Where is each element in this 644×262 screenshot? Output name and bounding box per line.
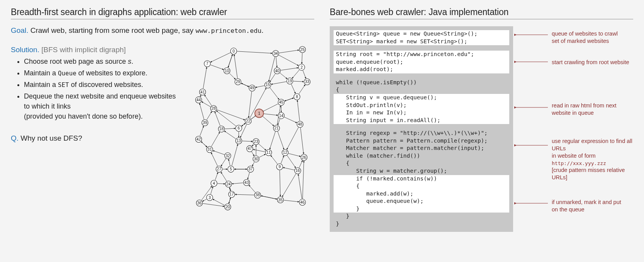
svg-line-36 [203, 199, 207, 201]
svg-text:41: 41 [200, 90, 205, 94]
svg-line-92 [298, 174, 302, 199]
code-line: Queue<String> queue = new Queue<String>(… [334, 30, 509, 38]
code-line: { [334, 160, 509, 167]
code-line: marked.add(root); [334, 66, 509, 73]
svg-line-26 [283, 168, 294, 170]
svg-text:26: 26 [302, 155, 307, 160]
bullet-0: Choose root web page as source s. [24, 56, 181, 66]
svg-text:45: 45 [279, 100, 284, 104]
svg-line-21 [270, 132, 276, 150]
svg-line-4 [276, 57, 277, 67]
svg-text:11: 11 [266, 150, 271, 155]
svg-text:34: 34 [274, 51, 278, 56]
svg-line-97 [203, 204, 224, 207]
svg-line-72 [269, 57, 275, 82]
code-line: } [334, 220, 509, 228]
svg-text:43: 43 [244, 180, 249, 185]
svg-line-38 [217, 184, 225, 184]
svg-line-11 [280, 73, 287, 79]
svg-line-81 [212, 132, 220, 146]
svg-text:17: 17 [230, 192, 234, 196]
svg-line-45 [200, 126, 204, 136]
svg-text:18: 18 [219, 127, 224, 131]
code-line: Matcher matcher = pattern.matcher(input)… [334, 145, 509, 152]
svg-line-66 [252, 162, 254, 166]
svg-text:30: 30 [254, 157, 259, 161]
svg-text:14: 14 [279, 114, 284, 118]
svg-text:44: 44 [197, 98, 201, 102]
svg-line-73 [228, 54, 232, 68]
solution-sub: [BFS with implicit digraph] [39, 46, 126, 54]
svg-line-43 [213, 151, 225, 155]
svg-line-83 [200, 103, 204, 119]
code-line: In in = new In(v); [334, 109, 509, 117]
code-line: marked.add(w); [334, 190, 509, 198]
svg-line-70 [217, 110, 245, 120]
svg-text:32: 32 [225, 154, 230, 158]
svg-line-32 [249, 185, 255, 192]
code-line: String w = matcher.group(); [334, 167, 509, 175]
right-title: Bare-bones web crawler: Java implementat… [330, 7, 633, 17]
svg-line-33 [235, 194, 254, 195]
svg-line-98 [229, 198, 231, 204]
svg-text:36: 36 [197, 201, 202, 205]
svg-text:38: 38 [256, 193, 260, 197]
svg-line-57 [242, 123, 246, 126]
code-line: Pattern pattern = Pattern.compile(regexp… [334, 137, 509, 145]
svg-text:4: 4 [213, 181, 215, 185]
svg-line-51 [229, 73, 236, 80]
svg-line-53 [249, 92, 252, 117]
code-line: String regexp = "http://(\\w+\\.)*(\\w+)… [334, 129, 509, 137]
svg-line-13 [256, 86, 264, 88]
svg-line-9 [291, 84, 296, 94]
svg-line-49 [203, 67, 207, 88]
annot-read: read in raw html from nextwebsite in que… [552, 102, 617, 117]
svg-line-48 [200, 95, 201, 97]
bullet-1: Maintain a Queue of websites to explore. [24, 68, 181, 78]
solution-label: Solution. [11, 46, 39, 54]
svg-line-60 [215, 112, 220, 126]
solution-block: Solution. [BFS with implicit digraph] Ch… [11, 46, 181, 150]
svg-line-47 [202, 102, 211, 107]
graph-svg: 0123456789101112131415161718192021222324… [188, 46, 314, 211]
svg-line-91 [282, 174, 296, 197]
svg-text:0: 0 [232, 49, 235, 53]
left-title: Breadth-first search in digraphs applica… [11, 7, 314, 17]
code-line: while (!queue.isEmpty()) [334, 79, 509, 87]
goal-label: Goal. [11, 26, 28, 34]
svg-text:15: 15 [266, 83, 270, 87]
svg-text:39: 39 [203, 121, 207, 125]
question-line: Q. Why not use DFS? [11, 134, 181, 143]
solution-bullets: Choose root web page as source s. Mainta… [11, 56, 181, 122]
svg-text:25: 25 [300, 48, 305, 52]
svg-line-61 [225, 128, 235, 129]
svg-text:29: 29 [236, 80, 241, 84]
annot-queue: queue of websites to crawlset of marked … [552, 30, 618, 45]
svg-line-96 [211, 187, 213, 194]
svg-text:7: 7 [206, 61, 208, 66]
svg-text:48: 48 [298, 122, 303, 126]
svg-text:49: 49 [250, 86, 254, 90]
svg-line-25 [299, 160, 302, 167]
svg-text:37: 37 [248, 167, 253, 171]
svg-line-10 [299, 85, 305, 94]
svg-text:42: 42 [197, 137, 201, 141]
annotation-column: queue of websites to crawlset of marked … [552, 26, 633, 232]
code-line: } [334, 205, 509, 213]
bullet-2: Maintain a SET of discovered websites. [24, 80, 181, 90]
code-line: while (matcher.find()) [334, 152, 509, 160]
code-line: String input = in.readAll(); [334, 117, 509, 124]
svg-text:33: 33 [305, 80, 310, 84]
svg-line-86 [281, 68, 298, 70]
goal-line: Goal. Crawl web, starting from some root… [11, 26, 314, 35]
svg-line-6 [292, 70, 300, 78]
code-line: queue.enqueue(root); [334, 58, 509, 66]
svg-line-62 [242, 141, 253, 141]
svg-line-55 [263, 114, 278, 115]
svg-line-69 [232, 144, 238, 166]
code-line: if (!marked.contains(w)) [334, 175, 509, 183]
svg-line-18 [297, 100, 300, 121]
svg-line-46 [207, 112, 212, 120]
svg-line-40 [221, 172, 227, 181]
svg-line-102 [259, 144, 266, 150]
